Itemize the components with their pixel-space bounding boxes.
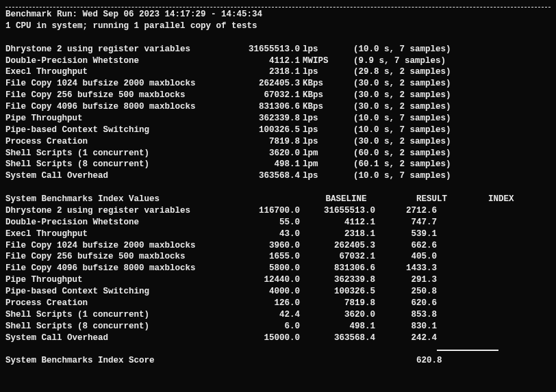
result-row: File Copy 4096 bufsize 8000 maxblocks831… bbox=[5, 101, 551, 113]
index-result: 831306.6 bbox=[300, 263, 375, 274]
result-note: (30.0 s, 2 samples) bbox=[344, 90, 504, 101]
index-result: 31655513.0 bbox=[300, 205, 375, 217]
index-baseline: 12440.0 bbox=[225, 274, 300, 286]
result-name: Pipe Throughput bbox=[5, 113, 225, 125]
index-name: Shell Scripts (8 concurrent) bbox=[5, 321, 225, 332]
result-row: File Copy 256 bufsize 500 maxblocks67032… bbox=[5, 90, 551, 101]
col-result: RESULT bbox=[372, 194, 447, 205]
result-note: (10.0 s, 7 samples) bbox=[344, 113, 504, 125]
result-unit: MWIPS bbox=[300, 55, 344, 67]
result-unit: lpm bbox=[300, 159, 344, 170]
index-name: Double-Precision Whetstone bbox=[5, 217, 225, 228]
result-value: 100326.5 bbox=[225, 125, 300, 136]
index-name: Execl Throughput bbox=[5, 228, 225, 240]
result-note: (9.9 s, 7 samples) bbox=[344, 55, 504, 67]
result-unit: lpm bbox=[300, 148, 344, 159]
result-name: System Call Overhead bbox=[5, 170, 225, 182]
index-baseline: 1655.0 bbox=[225, 251, 300, 263]
result-note: (30.0 s, 2 samples) bbox=[344, 136, 504, 148]
result-row: File Copy 1024 bufsize 2000 maxblocks262… bbox=[5, 78, 551, 90]
index-result: 2318.1 bbox=[300, 228, 375, 240]
result-name: Execl Throughput bbox=[5, 66, 225, 78]
score-row: System Benchmarks Index Score 620.8 bbox=[5, 355, 551, 367]
result-unit: KBps bbox=[300, 90, 344, 101]
index-row: Execl Throughput43.02318.1539.1 bbox=[5, 228, 551, 240]
score-rule-row bbox=[5, 343, 551, 355]
score-value: 620.8 bbox=[381, 355, 442, 367]
index-name: File Copy 256 bufsize 500 maxblocks bbox=[5, 251, 225, 263]
index-baseline: 43.0 bbox=[225, 228, 300, 240]
index-baseline: 126.0 bbox=[225, 298, 300, 309]
result-unit: lps bbox=[300, 170, 344, 182]
result-unit: lps bbox=[300, 125, 344, 136]
result-unit: lps bbox=[300, 66, 344, 78]
result-value: 498.1 bbox=[225, 159, 300, 170]
result-row: Dhrystone 2 using register variables3165… bbox=[5, 44, 551, 55]
index-value: 747.7 bbox=[375, 217, 437, 228]
result-name: File Copy 4096 bufsize 8000 maxblocks bbox=[5, 101, 225, 113]
result-name: Process Creation bbox=[5, 136, 225, 148]
index-value: 2712.6 bbox=[375, 205, 437, 217]
result-row: System Call Overhead363568.4lps(10.0 s, … bbox=[5, 170, 551, 182]
index-row: System Call Overhead15000.0363568.4242.4 bbox=[5, 332, 551, 344]
result-row: Shell Scripts (1 concurrent)3620.0lpm(60… bbox=[5, 148, 551, 159]
index-value: 830.1 bbox=[375, 321, 437, 332]
index-row: File Copy 4096 bufsize 8000 maxblocks580… bbox=[5, 263, 551, 274]
index-value: 539.1 bbox=[375, 228, 437, 240]
run-line: Benchmark Run: Wed Sep 06 2023 14:17:29 … bbox=[5, 9, 551, 21]
index-value: 242.4 bbox=[375, 332, 437, 344]
index-header-row: System Benchmarks Index Values BASELINE … bbox=[5, 194, 551, 205]
result-value: 4112.1 bbox=[225, 55, 300, 67]
result-name: Pipe-based Context Switching bbox=[5, 125, 225, 136]
index-value: 853.8 bbox=[375, 309, 437, 321]
result-name: Shell Scripts (8 concurrent) bbox=[5, 159, 225, 170]
col-index: INDEX bbox=[453, 194, 514, 205]
result-note: (10.0 s, 7 samples) bbox=[344, 44, 504, 55]
index-baseline: 15000.0 bbox=[225, 332, 300, 344]
index-row: Pipe Throughput12440.0362339.8291.3 bbox=[5, 274, 551, 286]
result-name: Double-Precision Whetstone bbox=[5, 55, 225, 67]
result-row: Shell Scripts (8 concurrent)498.1lpm(60.… bbox=[5, 159, 551, 170]
result-value: 3620.0 bbox=[225, 148, 300, 159]
index-row: File Copy 1024 bufsize 2000 maxblocks396… bbox=[5, 240, 551, 252]
index-result: 3620.0 bbox=[300, 309, 375, 321]
result-name: File Copy 1024 bufsize 2000 maxblocks bbox=[5, 78, 225, 90]
index-row: Shell Scripts (8 concurrent)6.0498.1830.… bbox=[5, 321, 551, 332]
result-name: Dhrystone 2 using register variables bbox=[5, 44, 225, 55]
index-name: Process Creation bbox=[5, 298, 225, 309]
result-unit: lps bbox=[300, 113, 344, 125]
result-value: 67032.1 bbox=[225, 90, 300, 101]
index-name: Pipe Throughput bbox=[5, 274, 225, 286]
index-name: System Call Overhead bbox=[5, 332, 225, 344]
index-baseline: 5800.0 bbox=[225, 263, 300, 274]
result-value: 31655513.0 bbox=[225, 44, 300, 55]
index-baseline: 55.0 bbox=[225, 217, 300, 228]
score-label: System Benchmarks Index Score bbox=[5, 355, 375, 367]
index-value: 662.6 bbox=[375, 240, 437, 252]
benchmark-results: Dhrystone 2 using register variables3165… bbox=[5, 44, 551, 183]
result-value: 363568.4 bbox=[225, 170, 300, 182]
index-result: 4112.1 bbox=[300, 217, 375, 228]
index-row: Dhrystone 2 using register variables1167… bbox=[5, 205, 551, 217]
index-result: 362339.8 bbox=[300, 274, 375, 286]
result-note: (10.0 s, 7 samples) bbox=[344, 170, 504, 182]
index-result: 363568.4 bbox=[300, 332, 375, 344]
result-row: Pipe Throughput362339.8lps(10.0 s, 7 sam… bbox=[5, 113, 551, 125]
index-value: 405.0 bbox=[375, 251, 437, 263]
index-baseline: 42.4 bbox=[225, 309, 300, 321]
index-name: Pipe-based Context Switching bbox=[5, 286, 225, 298]
result-name: Shell Scripts (1 concurrent) bbox=[5, 148, 225, 159]
result-note: (60.1 s, 2 samples) bbox=[344, 159, 504, 170]
index-row: Process Creation126.07819.8620.6 bbox=[5, 298, 551, 309]
index-baseline: 3960.0 bbox=[225, 240, 300, 252]
index-row: Pipe-based Context Switching4000.0100326… bbox=[5, 286, 551, 298]
index-baseline: 6.0 bbox=[225, 321, 300, 332]
result-row: Execl Throughput2318.1lps(29.8 s, 2 samp… bbox=[5, 66, 551, 78]
index-result: 100326.5 bbox=[300, 286, 375, 298]
index-row: Shell Scripts (1 concurrent)42.43620.085… bbox=[5, 309, 551, 321]
index-result: 262405.3 bbox=[300, 240, 375, 252]
col-baseline: BASELINE bbox=[305, 194, 367, 205]
result-value: 2318.1 bbox=[225, 66, 300, 78]
result-note: (10.0 s, 7 samples) bbox=[344, 125, 504, 136]
result-row: Process Creation7819.8lps(30.0 s, 2 samp… bbox=[5, 136, 551, 148]
